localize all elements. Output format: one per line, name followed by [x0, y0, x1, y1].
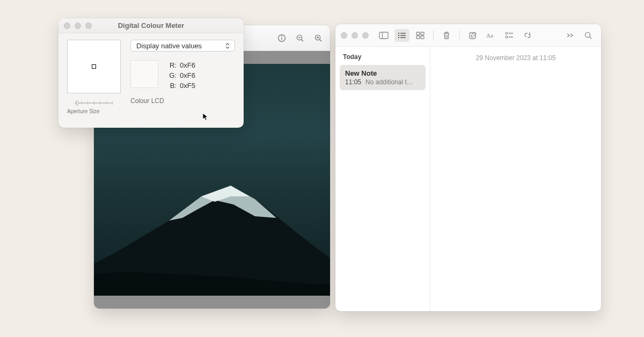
- close-icon[interactable]: [341, 32, 347, 39]
- list-view-icon[interactable]: [394, 29, 409, 42]
- aperture-size-label: Aperture Size: [67, 108, 121, 114]
- notes-editor[interactable]: 29 November 2023 at 11:05: [430, 47, 601, 311]
- svg-point-28: [506, 36, 508, 38]
- slider-thumb-icon[interactable]: [76, 100, 78, 106]
- g-label: G:: [168, 71, 177, 79]
- minimize-icon[interactable]: [352, 32, 358, 39]
- search-icon[interactable]: [581, 29, 596, 42]
- traffic-lights[interactable]: [341, 32, 369, 39]
- svg-rect-24: [470, 33, 475, 39]
- minimize-icon[interactable]: [75, 23, 81, 29]
- note-item-preview: No additional t…: [365, 78, 413, 86]
- svg-line-4: [302, 39, 304, 41]
- close-icon[interactable]: [64, 23, 70, 29]
- svg-point-1: [281, 36, 282, 37]
- link-icon[interactable]: [520, 29, 535, 42]
- loupe-aperture-icon: [92, 64, 96, 69]
- note-date-label: 29 November 2023 at 11:05: [440, 54, 591, 62]
- zoom-in-icon[interactable]: [313, 33, 324, 43]
- colour-swatch: [130, 60, 158, 88]
- svg-point-16: [398, 36, 399, 38]
- svg-rect-18: [416, 32, 420, 35]
- note-list-item[interactable]: New Note 11:05 No additional t…: [340, 65, 426, 90]
- svg-point-30: [529, 32, 530, 33]
- b-value: 0xF5: [180, 82, 195, 90]
- info-icon[interactable]: [276, 33, 287, 43]
- note-item-title: New Note: [345, 69, 420, 77]
- svg-rect-21: [421, 36, 424, 39]
- toolbar-divider: [459, 30, 460, 41]
- svg-point-26: [506, 32, 508, 34]
- notes-list-sidebar: Today New Note 11:05 No additional t…: [335, 47, 430, 311]
- compose-icon[interactable]: [465, 29, 480, 42]
- svg-rect-19: [421, 32, 424, 35]
- colour-meter-titlebar[interactable]: Digital Colour Meter: [58, 18, 244, 33]
- aperture-size-slider[interactable]: [75, 100, 113, 106]
- zoom-icon[interactable]: [362, 32, 369, 39]
- svg-line-7: [320, 39, 322, 41]
- r-label: R:: [168, 61, 177, 69]
- zoom-icon[interactable]: [85, 23, 92, 29]
- sidebar-toggle-icon[interactable]: [376, 29, 391, 42]
- svg-rect-10: [379, 32, 388, 39]
- chevron-updown-icon: [224, 43, 231, 49]
- notes-window: Aa Today New Note 11:05 No additional t…: [335, 24, 601, 311]
- svg-point-12: [398, 32, 399, 33]
- svg-line-32: [590, 36, 592, 39]
- loupe-preview: [67, 40, 121, 93]
- svg-point-31: [585, 32, 590, 37]
- traffic-lights[interactable]: [64, 23, 92, 29]
- section-header-today: Today: [340, 52, 426, 65]
- r-value: 0xF6: [180, 61, 195, 69]
- rgb-readout: R:0xF6 G:0xF6 B:0xF5: [168, 60, 195, 90]
- svg-rect-2: [281, 37, 282, 40]
- svg-rect-20: [416, 36, 420, 39]
- svg-point-14: [398, 34, 399, 35]
- b-label: B:: [168, 82, 177, 90]
- overflow-icon[interactable]: [562, 29, 577, 42]
- toolbar-divider: [433, 30, 434, 41]
- g-value: 0xF6: [180, 71, 195, 79]
- display-mode-select[interactable]: Display native values: [130, 40, 235, 52]
- trash-icon[interactable]: [439, 29, 454, 42]
- display-mode-value: Display native values: [136, 42, 202, 50]
- svg-text:Aa: Aa: [486, 32, 493, 39]
- notes-toolbar: Aa: [335, 24, 601, 47]
- colour-profile-label: Colour LCD: [130, 97, 235, 105]
- colour-meter-window: Digital Colour Meter Aperture Size Displ…: [58, 18, 244, 128]
- format-icon[interactable]: Aa: [484, 29, 499, 42]
- checklist-icon[interactable]: [502, 29, 517, 42]
- note-item-time: 11:05: [345, 78, 361, 86]
- gallery-view-icon[interactable]: [413, 29, 428, 42]
- zoom-out-icon[interactable]: [295, 33, 305, 43]
